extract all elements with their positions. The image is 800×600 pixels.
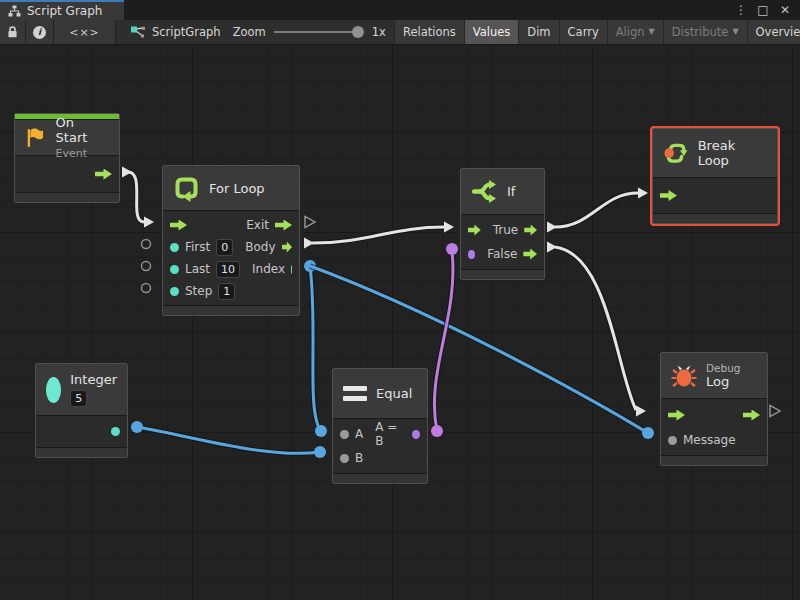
node-if[interactable]: If True False bbox=[460, 168, 545, 280]
integer-value-field[interactable]: 5 bbox=[70, 390, 87, 407]
graph-name-label: ScriptGraph bbox=[152, 25, 221, 39]
if-header[interactable]: If bbox=[461, 169, 544, 215]
result-port-label: A = B bbox=[375, 420, 406, 448]
index-output-port[interactable] bbox=[291, 265, 292, 274]
node-equal[interactable]: Equal A A = B B bbox=[332, 368, 428, 484]
flow-input-port[interactable] bbox=[170, 220, 187, 231]
values-label: Values bbox=[473, 25, 511, 39]
first-value-field[interactable]: 0 bbox=[216, 239, 233, 256]
integer-header[interactable]: Integer 5 bbox=[36, 364, 127, 416]
node-integer[interactable]: Integer 5 bbox=[35, 363, 128, 458]
tab-script-graph[interactable]: Script Graph bbox=[0, 0, 124, 20]
loop-icon bbox=[173, 175, 200, 202]
a-input-port[interactable] bbox=[340, 430, 349, 439]
exit-output-port[interactable] bbox=[275, 220, 292, 231]
graph-reference[interactable]: ScriptGraph bbox=[116, 20, 233, 44]
close-icon[interactable]: ✕ bbox=[776, 2, 794, 18]
integer-output-port[interactable] bbox=[111, 427, 120, 436]
node-break-loop[interactable]: Break Loop bbox=[652, 128, 778, 224]
step-input-port[interactable] bbox=[170, 287, 179, 296]
overview-button[interactable]: Overview bbox=[747, 20, 800, 44]
integer-icon bbox=[46, 377, 61, 403]
window-menu-icon[interactable]: ⋮ bbox=[732, 2, 750, 18]
zoom-label: Zoom bbox=[233, 25, 266, 39]
step-value-field[interactable]: 1 bbox=[218, 283, 235, 300]
distribute-button[interactable]: Distribute ▼ bbox=[663, 20, 747, 44]
node-title: Log bbox=[706, 374, 741, 389]
carry-label: Carry bbox=[568, 25, 599, 39]
body-port-label: Body bbox=[245, 240, 275, 254]
condition-input-port[interactable] bbox=[468, 250, 475, 259]
for-loop-header[interactable]: For Loop bbox=[163, 166, 299, 211]
carry-button[interactable]: Carry bbox=[559, 20, 607, 44]
title-bar: Script Graph ⋮ □ ✕ bbox=[0, 0, 800, 20]
last-value-field[interactable]: 10 bbox=[216, 261, 240, 278]
message-port-label: Message bbox=[683, 433, 736, 447]
node-title: If bbox=[507, 184, 515, 199]
node-footer bbox=[661, 455, 767, 465]
b-input-port[interactable] bbox=[340, 454, 349, 463]
exit-port-label: Exit bbox=[246, 218, 269, 232]
align-button[interactable]: Align ▼ bbox=[607, 20, 663, 44]
values-button[interactable]: Values bbox=[464, 20, 519, 44]
equal-header[interactable]: Equal bbox=[333, 369, 427, 419]
node-on-start[interactable]: On Start Event bbox=[14, 113, 120, 203]
last-input-port[interactable] bbox=[170, 265, 179, 274]
zoom-slider-handle[interactable] bbox=[352, 26, 364, 38]
a-port-label: A bbox=[355, 427, 363, 441]
node-debug-log[interactable]: Debug Log Message bbox=[660, 352, 768, 466]
toolbar-left-group: i <×> bbox=[0, 20, 116, 44]
node-title: For Loop bbox=[209, 181, 265, 196]
last-port-label: Last bbox=[185, 262, 210, 276]
flow-output-port[interactable] bbox=[743, 410, 760, 421]
flow-input-port[interactable] bbox=[660, 190, 677, 201]
maximize-icon[interactable]: □ bbox=[754, 2, 772, 18]
node-footer bbox=[163, 305, 299, 315]
message-input-port[interactable] bbox=[668, 436, 677, 445]
true-output-port[interactable] bbox=[524, 225, 537, 236]
break-loop-icon bbox=[663, 140, 689, 167]
overview-label: Overview bbox=[756, 25, 800, 39]
lock-button[interactable] bbox=[0, 20, 26, 44]
flow-input-port[interactable] bbox=[468, 225, 481, 236]
debug-log-header[interactable]: Debug Log bbox=[661, 353, 767, 399]
inspect-button[interactable]: i bbox=[26, 20, 54, 44]
chevron-down-icon: ▼ bbox=[732, 28, 738, 36]
flag-icon bbox=[25, 126, 47, 150]
false-port-label: False bbox=[487, 247, 517, 261]
break-loop-header[interactable]: Break Loop bbox=[653, 129, 777, 178]
relations-button[interactable]: Relations bbox=[394, 20, 464, 44]
script-graph-window: Script Graph ⋮ □ ✕ i <×> bbox=[0, 0, 800, 600]
code-view-icon: <×> bbox=[69, 26, 100, 39]
zoom-value: 1x bbox=[372, 25, 386, 39]
node-kicker: Debug bbox=[706, 362, 741, 374]
code-view-button[interactable]: <×> bbox=[54, 20, 116, 44]
window-controls: ⋮ □ ✕ bbox=[732, 0, 800, 20]
node-title: Equal bbox=[376, 386, 412, 401]
b-port-label: B bbox=[355, 451, 363, 465]
node-title: On Start bbox=[56, 115, 109, 145]
first-port-label: First bbox=[185, 240, 210, 254]
node-title: Integer bbox=[70, 372, 117, 387]
result-output-port[interactable] bbox=[412, 430, 420, 439]
align-label: Align bbox=[616, 25, 645, 39]
flow-input-port[interactable] bbox=[668, 410, 685, 421]
node-for-loop[interactable]: For Loop Exit First 0 Body bbox=[162, 165, 300, 316]
body-output-port[interactable] bbox=[282, 242, 292, 253]
node-footer bbox=[333, 473, 427, 483]
dim-button[interactable]: Dim bbox=[518, 20, 558, 44]
node-subtitle: Event bbox=[56, 147, 109, 160]
node-footer bbox=[653, 213, 777, 223]
flow-output-port[interactable] bbox=[95, 169, 112, 180]
first-input-port[interactable] bbox=[170, 243, 179, 252]
info-icon: i bbox=[33, 26, 46, 39]
titlebar-spacer bbox=[124, 0, 732, 20]
distribute-label: Distribute bbox=[672, 25, 729, 39]
true-port-label: True bbox=[493, 223, 519, 237]
false-output-port[interactable] bbox=[523, 249, 537, 260]
on-start-header[interactable]: On Start Event bbox=[15, 120, 119, 156]
node-footer bbox=[15, 192, 119, 202]
zoom-slider[interactable] bbox=[274, 31, 364, 33]
node-title: Break Loop bbox=[698, 138, 767, 168]
lock-icon bbox=[6, 25, 19, 39]
